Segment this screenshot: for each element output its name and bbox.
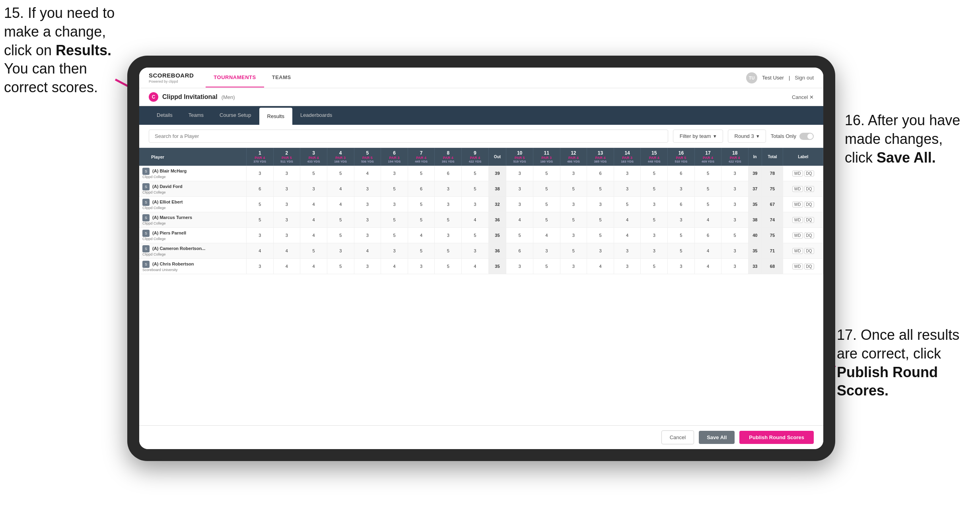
score-h6[interactable]: 5 [381,181,408,197]
score-h11[interactable]: 4 [533,228,560,243]
score-h1[interactable]: 3 [246,228,273,243]
score-h3[interactable]: 3 [300,181,327,197]
score-h13[interactable]: 5 [587,181,614,197]
score-h6[interactable]: 5 [381,228,408,243]
score-h14[interactable]: 3 [614,243,641,259]
score-h3[interactable]: 4 [300,228,327,243]
score-h7[interactable]: 5 [408,166,435,181]
score-h13[interactable]: 5 [587,228,614,243]
score-h10[interactable]: 4 [506,212,533,228]
score-h9[interactable]: 5 [462,181,489,197]
score-h5[interactable]: 4 [354,243,381,259]
score-h12[interactable]: 3 [560,228,587,243]
score-h15[interactable]: 5 [641,212,668,228]
score-h9[interactable]: 3 [462,243,489,259]
score-h17[interactable]: 5 [694,181,721,197]
score-h14[interactable]: 3 [614,259,641,274]
score-h17[interactable]: 5 [694,166,721,181]
wd-button[interactable]: WD [792,248,803,254]
score-h6[interactable]: 4 [381,259,408,274]
score-h2[interactable]: 3 [273,181,300,197]
score-h15[interactable]: 5 [641,259,668,274]
score-h4[interactable]: 5 [327,166,354,181]
score-h6[interactable]: 3 [381,166,408,181]
score-h10[interactable]: 3 [506,259,533,274]
score-h12[interactable]: 3 [560,166,587,181]
cancel-tournament-btn[interactable]: Cancel ✕ [792,94,814,100]
score-h10[interactable]: 6 [506,243,533,259]
score-h15[interactable]: 3 [641,228,668,243]
score-h1[interactable]: 5 [246,197,273,212]
score-h13[interactable]: 3 [587,197,614,212]
score-h1[interactable]: 3 [246,259,273,274]
score-h1[interactable]: 3 [246,166,273,181]
score-h6[interactable]: 5 [381,212,408,228]
score-h18[interactable]: 5 [721,228,749,243]
score-h16[interactable]: 6 [668,197,695,212]
score-h8[interactable]: 5 [435,212,462,228]
score-h2[interactable]: 4 [273,243,300,259]
score-h15[interactable]: 5 [641,166,668,181]
cancel-action-button[interactable]: Cancel [661,430,694,444]
wd-button[interactable]: WD [792,186,803,192]
dq-button[interactable]: DQ [804,202,814,207]
score-h13[interactable]: 3 [587,243,614,259]
score-h9[interactable]: 4 [462,259,489,274]
tab-results[interactable]: Results [259,108,292,125]
score-h4[interactable]: 5 [327,228,354,243]
wd-button[interactable]: WD [792,217,803,223]
score-h17[interactable]: 6 [694,228,721,243]
score-h7[interactable]: 3 [408,259,435,274]
score-h5[interactable]: 3 [354,228,381,243]
dq-button[interactable]: DQ [804,170,814,176]
score-h8[interactable]: 3 [435,228,462,243]
score-h4[interactable]: 4 [327,197,354,212]
publish-round-scores-button[interactable]: Publish Round Scores [739,431,814,444]
score-h16[interactable]: 5 [668,228,695,243]
score-h3[interactable]: 4 [300,197,327,212]
score-h7[interactable]: 5 [408,197,435,212]
dq-button[interactable]: DQ [804,248,814,254]
score-h15[interactable]: 3 [641,197,668,212]
score-h7[interactable]: 6 [408,181,435,197]
dq-button[interactable]: DQ [804,186,814,192]
score-h3[interactable]: 4 [300,212,327,228]
score-h7[interactable]: 5 [408,212,435,228]
wd-button[interactable]: WD [792,170,803,176]
score-h8[interactable]: 3 [435,181,462,197]
score-h17[interactable]: 4 [694,243,721,259]
score-h8[interactable]: 6 [435,166,462,181]
round-select-btn[interactable]: Round 3 ▾ [728,130,766,143]
dq-button[interactable]: DQ [804,217,814,223]
score-h5[interactable]: 3 [354,197,381,212]
score-h2[interactable]: 3 [273,212,300,228]
score-h11[interactable]: 3 [533,243,560,259]
filter-team-btn[interactable]: Filter by team ▾ [673,130,723,143]
score-h3[interactable]: 4 [300,259,327,274]
score-h11[interactable]: 5 [533,212,560,228]
score-h2[interactable]: 4 [273,259,300,274]
score-h12[interactable]: 3 [560,259,587,274]
wd-button[interactable]: WD [792,202,803,207]
score-h9[interactable]: 5 [462,228,489,243]
nav-teams[interactable]: TEAMS [264,68,299,87]
score-h10[interactable]: 3 [506,181,533,197]
dq-button[interactable]: DQ [804,264,814,269]
score-h12[interactable]: 3 [560,197,587,212]
save-all-button[interactable]: Save All [699,431,735,444]
score-h17[interactable]: 4 [694,259,721,274]
tab-leaderboards[interactable]: Leaderboards [292,107,340,124]
score-h13[interactable]: 5 [587,212,614,228]
score-h5[interactable]: 3 [354,212,381,228]
score-h18[interactable]: 3 [721,181,749,197]
score-h16[interactable]: 3 [668,259,695,274]
score-h15[interactable]: 5 [641,181,668,197]
score-h12[interactable]: 5 [560,212,587,228]
score-h3[interactable]: 5 [300,243,327,259]
search-input[interactable] [149,130,668,143]
score-h13[interactable]: 4 [587,259,614,274]
score-h11[interactable]: 5 [533,166,560,181]
score-h16[interactable]: 5 [668,243,695,259]
score-h12[interactable]: 5 [560,243,587,259]
score-h17[interactable]: 4 [694,212,721,228]
